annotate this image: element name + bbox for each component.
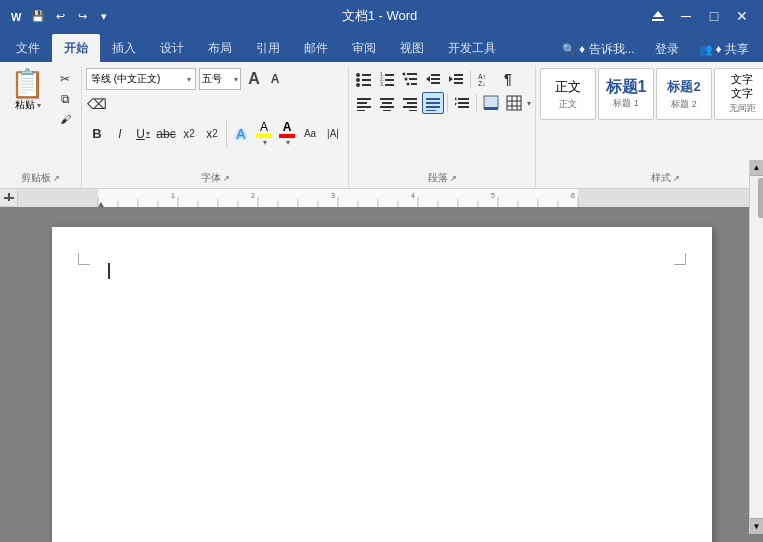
bullets-btn[interactable] — [353, 68, 375, 90]
styles-expand[interactable]: ↗ — [673, 174, 680, 183]
align-center-btn[interactable] — [376, 92, 398, 114]
tab-review[interactable]: 审阅 — [340, 34, 388, 62]
align-right-btn[interactable] — [399, 92, 421, 114]
font-size-input-btn[interactable]: |A| — [322, 123, 344, 145]
document-area[interactable]: ▲ ▼ — [0, 207, 763, 542]
svg-rect-5 — [362, 74, 371, 76]
login-btn[interactable]: 登录 — [647, 39, 687, 60]
superscript-button[interactable]: x2 — [201, 123, 223, 145]
svg-rect-55 — [507, 96, 521, 110]
justify-btn[interactable] — [422, 92, 444, 114]
case-button[interactable]: Aa — [299, 123, 321, 145]
redo-quick-btn[interactable]: ↪ — [72, 6, 92, 26]
bold-button[interactable]: B — [86, 123, 108, 145]
tab-file[interactable]: 文件 — [4, 34, 52, 62]
para-div2 — [447, 94, 448, 112]
svg-text:3.: 3. — [380, 81, 384, 87]
maximize-btn[interactable]: □ — [701, 6, 727, 26]
save-quick-btn[interactable]: 💾 — [28, 6, 48, 26]
corner-mark-tr — [674, 253, 686, 265]
highlight-button[interactable]: A ▾ — [253, 118, 275, 149]
svg-rect-40 — [403, 98, 417, 100]
vertical-scrollbar[interactable]: ▲ ▼ — [749, 207, 763, 534]
styles-label: 样式 ↗ — [540, 170, 763, 186]
align-left-btn[interactable] — [353, 92, 375, 114]
svg-point-6 — [356, 78, 360, 82]
decrease-indent-btn[interactable] — [422, 68, 444, 90]
share-btn[interactable]: 👥 ♦ 共享 — [691, 39, 757, 60]
paste-button[interactable]: 📋 粘贴 ▾ — [4, 68, 51, 114]
tab-references[interactable]: 引用 — [244, 34, 292, 62]
font-grow-btn[interactable]: A — [244, 68, 264, 90]
svg-rect-48 — [458, 98, 469, 100]
font-expand[interactable]: ↗ — [223, 174, 230, 183]
style-heading2[interactable]: 标题2 标题 2 — [656, 68, 712, 120]
svg-rect-49 — [458, 102, 469, 104]
font-color-button[interactable]: A ▾ — [276, 118, 298, 149]
clear-format-btn[interactable]: ⌫ — [86, 93, 108, 115]
ruler-row: 1 2 3 4 5 6 ▲ — [0, 189, 763, 207]
document-page[interactable] — [52, 227, 712, 542]
svg-text:3: 3 — [331, 192, 335, 199]
svg-rect-32 — [357, 98, 371, 100]
copy-button[interactable]: ⧉ — [55, 90, 75, 108]
window-controls: ─ □ ✕ — [645, 6, 755, 26]
increase-indent-btn[interactable] — [445, 68, 467, 90]
italic-button[interactable]: I — [109, 123, 131, 145]
tab-home[interactable]: 开始 — [52, 34, 100, 62]
svg-rect-11 — [385, 74, 394, 76]
scroll-thumb[interactable] — [758, 207, 764, 218]
format-painter-button[interactable]: 🖌 — [55, 110, 75, 128]
tab-view[interactable]: 视图 — [388, 34, 436, 62]
svg-rect-54 — [484, 107, 498, 110]
text-effect-button[interactable]: A — [230, 123, 252, 145]
close-btn[interactable]: ✕ — [729, 6, 755, 26]
line-spacing-btn[interactable] — [451, 92, 473, 114]
font-family-select[interactable]: 等线 (中文正文) ▾ — [86, 68, 196, 90]
clipboard-content: 📋 粘贴 ▾ ✂ ⧉ 🖌 — [4, 68, 77, 170]
svg-rect-41 — [407, 102, 417, 104]
multilevel-btn[interactable] — [399, 68, 421, 90]
tab-design[interactable]: 设计 — [148, 34, 196, 62]
numbering-btn[interactable]: 1.2.3. — [376, 68, 398, 90]
ribbon-right-actions: 🔍 ♦ 告诉我... 登录 👥 ♦ 共享 — [554, 39, 763, 62]
style-heading1[interactable]: 标题1 标题 1 — [598, 68, 654, 120]
font-row2: B I U ▾ abc x2 x2 A A ▾ — [86, 118, 344, 149]
borders-dropdown[interactable]: ▾ — [527, 99, 531, 108]
font-shrink-btn[interactable]: A — [265, 68, 285, 90]
clipboard-expand[interactable]: ↗ — [53, 174, 60, 183]
tab-insert[interactable]: 插入 — [100, 34, 148, 62]
scroll-down-btn[interactable]: ▼ — [750, 518, 764, 534]
strikethrough-button[interactable]: abc — [155, 123, 177, 145]
svg-marker-26 — [449, 76, 453, 82]
show-marks-btn[interactable]: ¶ — [497, 68, 519, 90]
subscript-button[interactable]: x2 — [178, 123, 200, 145]
ruler-corner[interactable] — [0, 189, 18, 207]
undo-quick-btn[interactable]: ↩ — [50, 6, 70, 26]
style-no-spacing[interactable]: 文字文字 无间距 — [714, 68, 763, 120]
tab-developer[interactable]: 开发工具 — [436, 34, 508, 62]
minimize-btn[interactable]: ─ — [673, 6, 699, 26]
svg-rect-27 — [454, 74, 463, 76]
customize-quick-btn[interactable]: ▾ — [94, 6, 114, 26]
sort-btn[interactable]: A↑Z↓ — [474, 68, 496, 90]
font-content: 等线 (中文正文) ▾ 五号 ▾ A A ⌫ B I U ▾ — [86, 68, 344, 170]
tab-layout[interactable]: 布局 — [196, 34, 244, 62]
svg-rect-36 — [380, 98, 394, 100]
underline-button[interactable]: U ▾ — [132, 123, 154, 145]
svg-point-16 — [403, 73, 406, 76]
font-size-select[interactable]: 五号 ▾ — [199, 68, 241, 90]
window-title: 文档1 - Word — [114, 7, 645, 25]
paragraph-label: 段落 ↗ — [353, 170, 531, 186]
ribbon-minimize-btn[interactable] — [645, 6, 671, 26]
paragraph-expand[interactable]: ↗ — [450, 174, 457, 183]
word-icon: W — [8, 8, 24, 24]
borders-btn[interactable] — [503, 92, 525, 114]
svg-marker-52 — [455, 103, 457, 106]
style-normal[interactable]: 正文 正文 — [540, 68, 596, 120]
title-bar: W 💾 ↩ ↪ ▾ 文档1 - Word ─ □ ✕ — [0, 0, 763, 32]
cut-button[interactable]: ✂ — [55, 70, 75, 88]
tab-mailings[interactable]: 邮件 — [292, 34, 340, 62]
help-btn[interactable]: 🔍 ♦ 告诉我... — [554, 39, 642, 60]
shading-btn[interactable] — [480, 92, 502, 114]
